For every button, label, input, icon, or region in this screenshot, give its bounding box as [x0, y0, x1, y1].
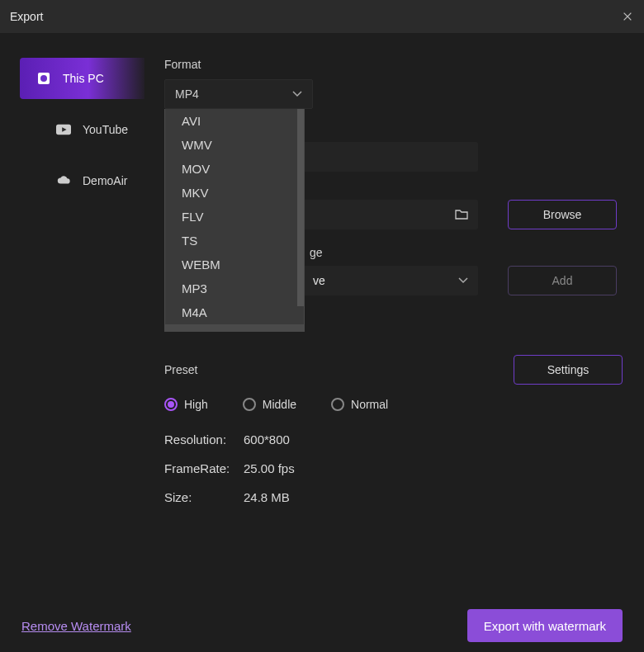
format-select[interactable]: MP4: [164, 79, 313, 109]
titlebar: Export: [0, 0, 644, 33]
radio-label: Normal: [351, 398, 388, 411]
add-button[interactable]: Add: [508, 266, 617, 295]
format-option-ts[interactable]: TS: [165, 229, 304, 253]
footer: Remove Watermark Export with watermark: [0, 599, 644, 652]
spec-table: Resolution: 600*800 FrameRate: 25.00 fps…: [164, 432, 623, 504]
format-option-avi[interactable]: AVI: [165, 109, 304, 133]
youtube-icon: [56, 122, 71, 137]
radio-label: High: [184, 398, 208, 411]
preset-radio-normal[interactable]: Normal: [331, 398, 388, 411]
format-option-wmv[interactable]: WMV: [165, 133, 304, 157]
format-option-mp3[interactable]: MP3: [165, 276, 304, 300]
remove-watermark-link[interactable]: Remove Watermark: [21, 619, 131, 633]
format-label: Format: [164, 58, 623, 71]
format-selected-value: MP4: [175, 87, 199, 101]
sidebar-item-this-pc[interactable]: This PC: [20, 58, 144, 99]
sidebar-item-demoair[interactable]: DemoAir: [20, 160, 144, 201]
body: This PC YouTube DemoAir Format MP4: [0, 33, 644, 599]
format-option-gif[interactable]: GIF: [165, 324, 304, 332]
format-option-m4a[interactable]: M4A: [165, 300, 304, 324]
chevron-down-icon: [292, 89, 302, 99]
sidebar: This PC YouTube DemoAir: [0, 33, 144, 599]
sidebar-item-label: YouTube: [83, 123, 128, 136]
cloud-value: ve: [313, 274, 325, 287]
format-option-flv[interactable]: FLV: [165, 205, 304, 229]
size-value: 24.8 MB: [244, 490, 623, 504]
format-option-mkv[interactable]: MKV: [165, 181, 304, 205]
radio-label: Middle: [263, 398, 296, 411]
chevron-down-icon: [458, 276, 468, 286]
cloud-icon: [56, 173, 71, 188]
size-label: Size:: [164, 490, 244, 504]
close-icon[interactable]: [621, 10, 634, 23]
preset-radios: HighMiddleNormal: [164, 398, 623, 411]
sidebar-item-youtube[interactable]: YouTube: [20, 109, 144, 150]
sidebar-item-label: This PC: [63, 72, 104, 85]
cloud-label-fragment: ge: [310, 246, 623, 259]
framerate-value: 25.00 fps: [244, 461, 623, 475]
preset-section: Preset Settings HighMiddleNormal Resolut…: [164, 355, 623, 504]
format-option-mov[interactable]: MOV: [165, 157, 304, 181]
preset-radio-middle[interactable]: Middle: [243, 398, 296, 411]
preset-label: Preset: [164, 363, 197, 376]
window-title: Export: [10, 10, 43, 23]
main-panel: Format MP4 AVIWMVMOVMKVFLVTSWEBMMP3M4AGI…: [144, 33, 644, 599]
format-dropdown: AVIWMVMOVMKVFLVTSWEBMMP3M4AGIF: [164, 109, 305, 332]
resolution-value: 600*800: [244, 432, 623, 446]
hard-drive-icon: [36, 71, 51, 86]
format-block: Format MP4 AVIWMVMOVMKVFLVTSWEBMMP3M4AGI…: [164, 58, 623, 109]
sidebar-item-label: DemoAir: [83, 174, 127, 187]
framerate-label: FrameRate:: [164, 461, 244, 475]
radio-icon: [243, 398, 256, 411]
folder-icon: [455, 209, 468, 220]
export-button[interactable]: Export with watermark: [467, 609, 623, 642]
radio-icon: [331, 398, 344, 411]
format-option-webm[interactable]: WEBM: [165, 253, 304, 276]
svg-point-1: [40, 75, 47, 82]
settings-button[interactable]: Settings: [514, 355, 623, 385]
radio-icon: [164, 398, 178, 411]
preset-radio-high[interactable]: High: [164, 398, 208, 411]
browse-button[interactable]: Browse: [508, 200, 617, 229]
resolution-label: Resolution:: [164, 432, 244, 446]
